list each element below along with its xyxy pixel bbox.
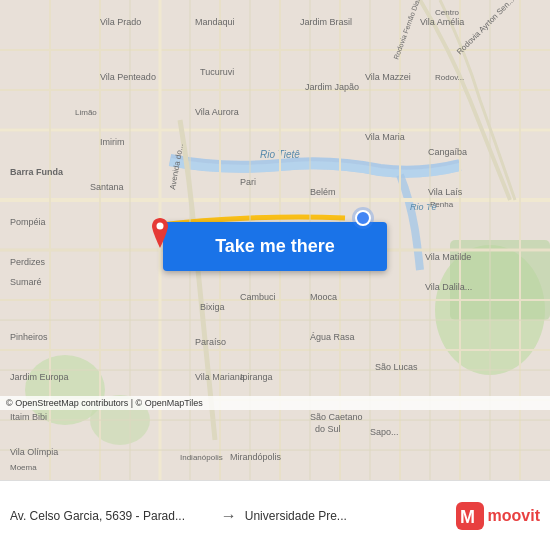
moovit-m-icon: M	[456, 502, 484, 530]
svg-text:Perdizes: Perdizes	[10, 257, 46, 267]
svg-text:Cambuci: Cambuci	[240, 292, 276, 302]
svg-text:Jardim Brasil: Jardim Brasil	[300, 17, 352, 27]
svg-text:M: M	[460, 507, 475, 527]
svg-text:São Lucas: São Lucas	[375, 362, 418, 372]
svg-text:Água Rasa: Água Rasa	[310, 332, 355, 342]
svg-text:Pompéia: Pompéia	[10, 217, 46, 227]
svg-text:Vila Matilde: Vila Matilde	[425, 252, 471, 262]
svg-text:Moema: Moema	[10, 463, 37, 472]
svg-text:Sumaré: Sumaré	[10, 277, 42, 287]
svg-text:Vila Laís: Vila Laís	[428, 187, 463, 197]
map-container: Rio Tietê Rio Tê	[0, 0, 550, 480]
moovit-brand-text: moovit	[488, 507, 540, 525]
svg-text:Ipiranga: Ipiranga	[240, 372, 273, 382]
svg-text:Vila Penteado: Vila Penteado	[100, 72, 156, 82]
svg-text:Vila Mazzei: Vila Mazzei	[365, 72, 411, 82]
svg-text:Belém: Belém	[310, 187, 336, 197]
svg-text:Rodov...: Rodov...	[435, 73, 464, 82]
svg-text:Paraíso: Paraíso	[195, 337, 226, 347]
bottom-bar: Av. Celso Garcia, 5639 - Parad... → Univ…	[0, 480, 550, 550]
destination-dot	[355, 210, 371, 226]
svg-text:Vila Mariana: Vila Mariana	[195, 372, 245, 382]
moovit-logo: M moovit	[456, 502, 540, 530]
svg-text:Barra Funda: Barra Funda	[10, 167, 64, 177]
origin-pin	[148, 218, 172, 248]
take-me-there-button[interactable]: Take me there	[163, 222, 387, 271]
svg-text:Mirandópolis: Mirandópolis	[230, 452, 282, 462]
svg-text:Pari: Pari	[240, 177, 256, 187]
svg-text:Limão: Limão	[75, 108, 97, 117]
svg-text:Vila Maria: Vila Maria	[365, 132, 405, 142]
from-location: Av. Celso Garcia, 5639 - Parad...	[10, 509, 213, 523]
svg-text:Sapo...: Sapo...	[370, 427, 399, 437]
arrow-icon: →	[221, 507, 237, 525]
svg-text:Imirim: Imirim	[100, 137, 125, 147]
svg-text:Jardim Europa: Jardim Europa	[10, 372, 69, 382]
svg-text:Centro: Centro	[435, 8, 460, 17]
svg-text:Indianópolis: Indianópolis	[180, 453, 223, 462]
svg-text:Bixiga: Bixiga	[200, 302, 225, 312]
svg-text:Tucuruvi: Tucuruvi	[200, 67, 234, 77]
svg-text:Santana: Santana	[90, 182, 124, 192]
svg-text:Vila Amélia: Vila Amélia	[420, 17, 464, 27]
svg-text:Vila Olímpia: Vila Olímpia	[10, 447, 58, 457]
svg-text:Vila Aurora: Vila Aurora	[195, 107, 239, 117]
svg-text:Mooca: Mooca	[310, 292, 337, 302]
svg-text:do Sul: do Sul	[315, 424, 341, 434]
svg-text:Mandaqui: Mandaqui	[195, 17, 235, 27]
svg-point-83	[157, 223, 164, 230]
svg-text:Pinheiros: Pinheiros	[10, 332, 48, 342]
svg-text:Cangaíba: Cangaíba	[428, 147, 467, 157]
svg-text:Vila Dalila...: Vila Dalila...	[425, 282, 472, 292]
svg-text:Penha: Penha	[430, 200, 454, 209]
svg-text:Jardim Japão: Jardim Japão	[305, 82, 359, 92]
svg-text:Vila Prado: Vila Prado	[100, 17, 141, 27]
to-location: Universidade Pre...	[245, 509, 448, 523]
svg-text:São Caetano: São Caetano	[310, 412, 363, 422]
svg-text:Itaim Bibi: Itaim Bibi	[10, 412, 47, 422]
map-attribution: © OpenStreetMap contributors | © OpenMap…	[0, 396, 550, 410]
route-info: Av. Celso Garcia, 5639 - Parad... → Univ…	[10, 507, 448, 525]
